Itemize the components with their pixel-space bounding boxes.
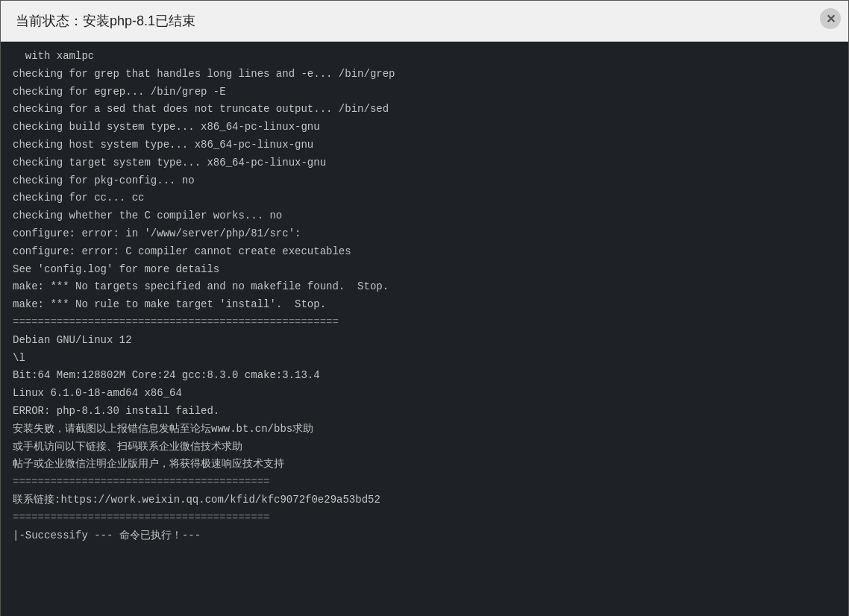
terminal-line: Debian GNU/Linux 12 (13, 332, 836, 350)
terminal-line: checking for egrep... /bin/grep -E (13, 84, 836, 101)
terminal-line: |-Successify --- 命令已执行！--- (13, 527, 836, 545)
terminal-area[interactable]: with xamlpcchecking for grep that handle… (1, 42, 848, 616)
terminal-line: ERROR: php-8.1.30 install failed. (13, 403, 836, 421)
status-bar: 当前状态：安装php-8.1已结束 ✕ (1, 1, 848, 42)
terminal-line: ========================================… (13, 474, 836, 491)
terminal-line: \l (13, 350, 836, 368)
terminal-line: 或手机访问以下链接、扫码联系企业微信技术求助 (13, 439, 836, 456)
terminal-line: configure: error: C compiler cannot crea… (13, 243, 836, 261)
terminal-line: checking whether the C compiler works...… (13, 207, 836, 225)
terminal-line: Bit:64 Mem:128802M Core:24 gcc:8.3.0 cma… (13, 367, 836, 385)
close-button[interactable]: ✕ (820, 8, 841, 29)
terminal-line: 帖子或企业微信注明企业版用户，将获得极速响应技术支持 (13, 456, 836, 474)
terminal-line: checking for a sed that does not truncat… (13, 101, 836, 119)
terminal-line: make: *** No targets specified and no ma… (13, 278, 836, 296)
terminal-line: ========================================… (13, 314, 836, 332)
terminal-line: See 'config.log' for more details (13, 261, 836, 279)
window-container: 当前状态：安装php-8.1已结束 ✕ with xamlpcchecking … (0, 0, 849, 616)
terminal-line: Linux 6.1.0-18-amd64 x86_64 (13, 385, 836, 403)
terminal-line: checking target system type... x86_64-pc… (13, 154, 836, 172)
terminal-line: checking for cc... cc (13, 189, 836, 207)
terminal-line: with xamlpc (13, 48, 836, 66)
terminal-line: checking build system type... x86_64-pc-… (13, 119, 836, 136)
terminal-line: make: *** No rule to make target 'instal… (13, 296, 836, 314)
status-text: 当前状态：安装php-8.1已结束 (16, 12, 195, 30)
terminal-line: 安装失败，请截图以上报错信息发帖至论坛www.bt.cn/bbs求助 (13, 421, 836, 439)
terminal-line: 联系链接:https://work.weixin.qq.com/kfid/kfc… (13, 491, 836, 509)
terminal-line: ========================================… (13, 509, 836, 527)
terminal-line: checking for pkg-config... no (13, 172, 836, 190)
terminal-line: configure: error: in '/www/server/php/81… (13, 225, 836, 243)
terminal-line: checking host system type... x86_64-pc-l… (13, 136, 836, 154)
terminal-line: checking for grep that handles long line… (13, 66, 836, 84)
